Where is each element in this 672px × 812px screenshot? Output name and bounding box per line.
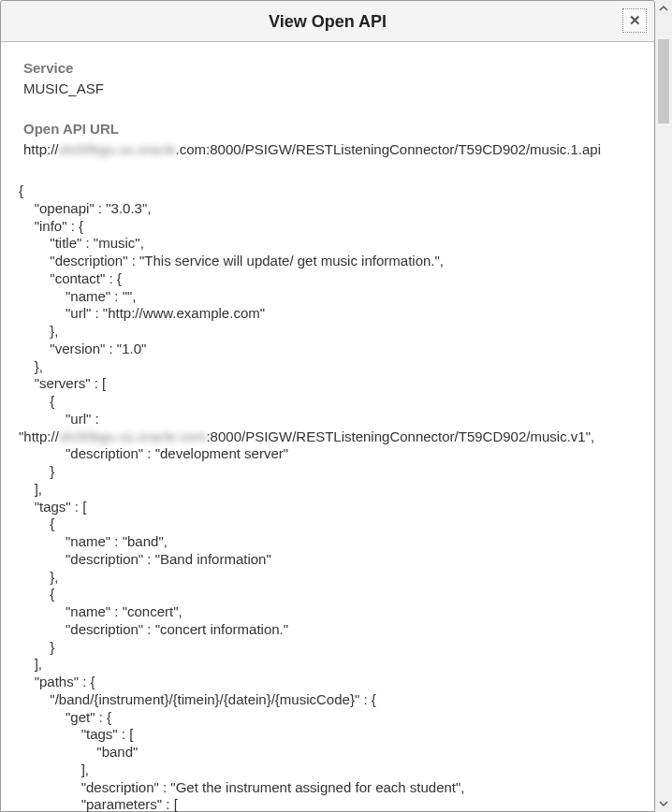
- close-button[interactable]: ✕: [622, 8, 647, 33]
- json-line: "info" : {: [19, 218, 83, 234]
- json-line-blurred: slc00bgu.us.oracle.com: [59, 428, 207, 444]
- openapi-url-label: Open API URL: [23, 120, 632, 138]
- json-line: "parameters" : [: [19, 796, 178, 812]
- json-line: "paths" : {: [19, 674, 95, 689]
- json-line: "get" : {: [19, 709, 111, 725]
- json-line: "description" : "Get the instrument assi…: [19, 779, 465, 795]
- json-line: },: [19, 323, 59, 339]
- json-line: "description" : "This service will updat…: [19, 253, 444, 268]
- json-line: "name" : "band",: [19, 533, 168, 549]
- json-line: "description" : "concert information.": [19, 621, 288, 637]
- scroll-track[interactable]: [655, 17, 672, 795]
- json-line: "version" : "1.0": [19, 341, 146, 356]
- json-line: }: [19, 463, 54, 479]
- json-line: "title" : "music",: [19, 235, 144, 251]
- json-line: "tags" : [: [19, 726, 133, 742]
- json-line: "contact" : {: [19, 270, 122, 286]
- json-line: {: [19, 182, 23, 198]
- json-line: "tags" : [: [19, 499, 86, 515]
- json-line: ],: [19, 481, 42, 497]
- json-line: "description" : "development server": [19, 445, 288, 461]
- json-line: },: [19, 569, 59, 585]
- dialog-header: View Open API ✕: [1, 1, 654, 42]
- json-line: ],: [19, 761, 89, 777]
- url-prefix: http://: [23, 141, 59, 157]
- url-host-blurred: slc00bgu.us.oracle: [59, 141, 176, 157]
- scroll-up-arrow-icon[interactable]: [655, 0, 672, 17]
- json-line: {: [19, 515, 54, 531]
- json-line: "/band/{instrument}/{timein}/{datein}/{m…: [19, 691, 376, 707]
- json-line: }: [19, 639, 54, 655]
- json-line: "servers" : [: [19, 375, 106, 391]
- json-line: "url" : "http://www.example.com": [19, 305, 265, 321]
- openapi-json-body: { "openapi" : "3.0.3", "info" : { "title…: [19, 182, 632, 812]
- url-suffix: .com:8000/PSIGW/RESTListeningConnector/T…: [176, 141, 601, 157]
- json-line: "description" : "Band information": [19, 551, 271, 567]
- json-line: "band": [19, 744, 138, 760]
- json-line: ],: [19, 656, 42, 672]
- close-icon: ✕: [629, 12, 641, 29]
- dialog-container: View Open API ✕ Service MUSIC_ASF Open A…: [0, 0, 655, 812]
- openapi-url-value: http://slc00bgu.us.oracle.com:8000/PSIGW…: [23, 140, 632, 159]
- json-line: "url" :: [19, 411, 99, 427]
- json-line: {: [19, 393, 54, 409]
- scroll-thumb[interactable]: [658, 39, 669, 123]
- scroll-down-arrow-icon[interactable]: [655, 795, 672, 812]
- service-value: MUSIC_ASF: [23, 80, 632, 98]
- json-line: },: [19, 358, 43, 374]
- service-label: Service: [23, 59, 632, 78]
- json-line: {: [19, 586, 54, 602]
- json-line: "name" : "",: [19, 288, 137, 304]
- dialog-content: Service MUSIC_ASF Open API URL http://sl…: [1, 42, 654, 812]
- dialog-title: View Open API: [1, 1, 654, 42]
- json-line: :8000/PSIGW/RESTListeningConnector/T59CD…: [206, 428, 594, 444]
- json-line: "openapi" : "3.0.3",: [19, 200, 151, 216]
- vertical-scrollbar[interactable]: [655, 0, 672, 812]
- json-line: "name" : "concert",: [19, 603, 183, 619]
- json-line: "http://: [19, 428, 59, 444]
